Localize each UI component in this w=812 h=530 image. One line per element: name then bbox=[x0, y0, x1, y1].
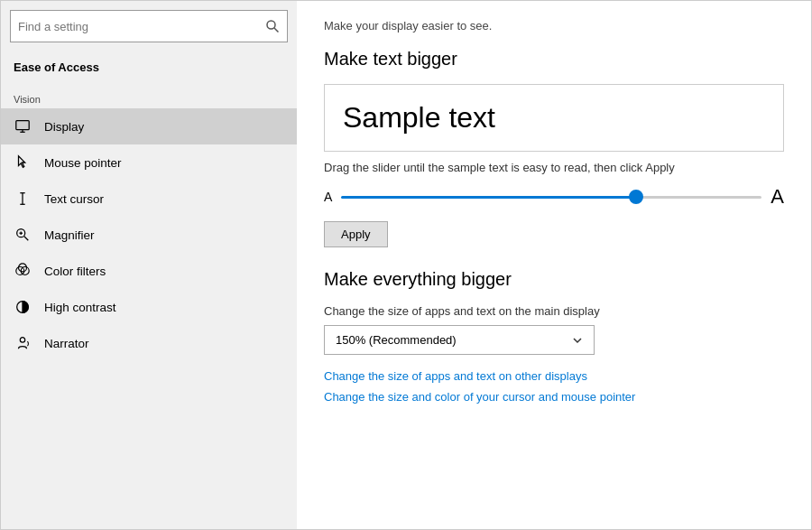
sample-text: Sample text bbox=[343, 101, 495, 134]
vision-section-label: Vision bbox=[1, 81, 297, 108]
sidebar-item-display[interactable]: Display bbox=[1, 108, 297, 144]
narrator-icon bbox=[14, 334, 32, 352]
svg-point-16 bbox=[20, 338, 24, 342]
sidebar-item-label-mouse: Mouse pointer bbox=[44, 156, 122, 170]
sidebar-item-label-magnifier: Magnifier bbox=[44, 228, 95, 242]
slider-thumb[interactable] bbox=[629, 190, 643, 204]
apply-button[interactable]: Apply bbox=[324, 221, 388, 247]
mouse-pointer-icon bbox=[14, 153, 32, 172]
high-contrast-icon bbox=[14, 298, 32, 316]
sidebar-item-magnifier[interactable]: Magnifier bbox=[1, 217, 297, 253]
svg-line-1 bbox=[274, 28, 279, 33]
slider-container[interactable] bbox=[341, 186, 761, 208]
size-dropdown[interactable]: 150% (Recommended) bbox=[324, 325, 595, 355]
sidebar-item-narrator[interactable]: Narrator bbox=[1, 325, 297, 361]
slider-description: Drag the slider until the sample text is… bbox=[324, 161, 784, 174]
sidebar-item-label-color-filters: Color filters bbox=[44, 265, 106, 278]
sidebar-item-label-high-contrast: High contrast bbox=[44, 301, 116, 314]
sidebar-item-mouse-pointer[interactable]: Mouse pointer bbox=[1, 144, 297, 181]
sidebar-item-color-filters[interactable]: Color filters bbox=[1, 253, 297, 289]
search-input[interactable] bbox=[18, 20, 265, 33]
chevron-down-icon bbox=[572, 335, 583, 346]
dropdown-value: 150% (Recommended) bbox=[336, 333, 457, 347]
slider-track bbox=[341, 196, 761, 199]
svg-rect-2 bbox=[16, 121, 29, 130]
sidebar-item-label-display: Display bbox=[44, 120, 84, 134]
svg-line-9 bbox=[24, 237, 29, 241]
slider-min-label: A bbox=[324, 190, 332, 204]
text-cursor-icon bbox=[14, 190, 32, 208]
content-subtitle: Make your display easier to see. bbox=[324, 19, 784, 33]
svg-point-0 bbox=[267, 21, 275, 29]
sidebar: Ease of Access Vision Display Mouse poin… bbox=[1, 1, 297, 530]
slider-row: A A bbox=[324, 185, 784, 209]
sidebar-item-text-cursor[interactable]: Text cursor bbox=[1, 181, 297, 217]
sample-text-box: Sample text bbox=[324, 84, 784, 152]
sidebar-item-label-text-cursor: Text cursor bbox=[44, 192, 104, 206]
color-filters-icon bbox=[14, 262, 32, 280]
link-cursor-color[interactable]: Change the size and color of your cursor… bbox=[324, 390, 784, 404]
make-text-bigger-title: Make text bigger bbox=[324, 49, 784, 70]
make-everything-bigger-title: Make everything bigger bbox=[324, 269, 784, 290]
search-icon bbox=[265, 19, 280, 33]
sidebar-title: Ease of Access bbox=[1, 51, 297, 81]
main-content: Make your display easier to see. Make te… bbox=[297, 1, 811, 530]
sidebar-item-label-narrator: Narrator bbox=[44, 337, 89, 350]
sidebar-item-high-contrast[interactable]: High contrast bbox=[1, 289, 297, 325]
search-box-wrap bbox=[1, 1, 297, 51]
slider-max-label: A bbox=[770, 185, 784, 209]
monitor-icon bbox=[14, 117, 32, 135]
magnifier-icon bbox=[14, 226, 32, 244]
dropdown-label: Change the size of apps and text on the … bbox=[324, 304, 784, 318]
search-box[interactable] bbox=[10, 10, 288, 42]
link-other-displays[interactable]: Change the size of apps and text on othe… bbox=[324, 369, 784, 383]
